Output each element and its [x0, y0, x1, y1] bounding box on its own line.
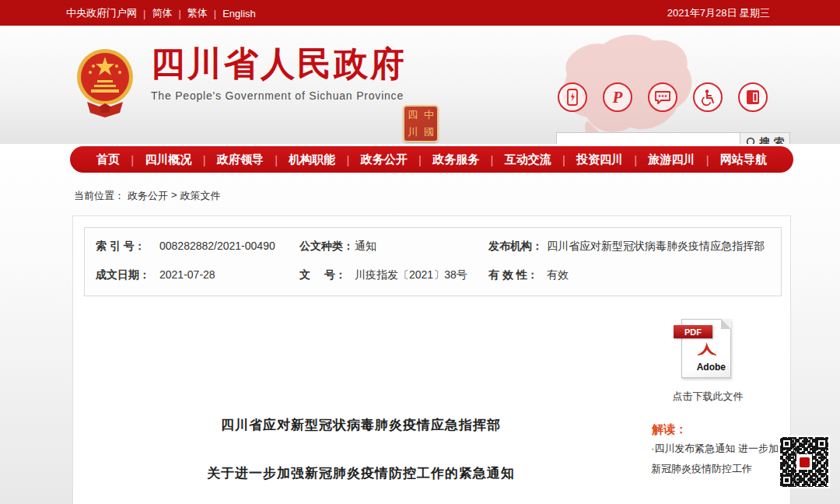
site-title: 四川省人民政府	[151, 46, 407, 83]
interpretation-link-line2[interactable]: 新冠肺炎疫情防控工作	[651, 462, 752, 476]
top-bar-links: 中央政府门户网 | 简体 | 繁体 | English	[66, 6, 256, 20]
adobe-label: Adobe	[697, 362, 726, 373]
pdf-badge: PDF	[674, 325, 712, 338]
link-central-gov-portal[interactable]: 中央政府门户网	[66, 6, 137, 20]
nav-separator: |	[418, 153, 422, 166]
nav-separator: |	[203, 153, 206, 166]
nav-item-sitemap[interactable]: 网站导航	[720, 152, 767, 167]
seal-char: 川	[404, 124, 421, 141]
p-media-icon[interactable]: P	[603, 82, 632, 112]
interpretation-link-line1[interactable]: ·四川发布紧急通知 进一步加强	[651, 442, 789, 456]
nav-item-institution-functions[interactable]: 机构职能	[289, 152, 335, 167]
info-value-document-type: 通知	[355, 240, 376, 254]
info-value-date-written: 2021-07-28	[159, 268, 215, 281]
breadcrumb-gov-open-info[interactable]: 政务公开	[128, 189, 168, 203]
document-title-line1: 四川省应对新型冠状病毒肺炎疫情应急指挥部	[84, 416, 638, 434]
nav-separator: |	[634, 153, 637, 166]
adobe-acrobat-icon	[696, 340, 718, 357]
topbar-separator: |	[143, 8, 145, 19]
interpretation-heading: 解读：	[652, 422, 687, 437]
nav-item-home[interactable]: 首页	[96, 152, 120, 167]
breadcrumb-separator: >	[171, 189, 177, 203]
document-title-line2: 关于进一步加强新冠肺炎疫情防控工作的紧急通知	[84, 464, 638, 482]
info-value-issuing-agency: 四川省应对新型冠状病毒肺炎疫情应急指挥部	[547, 240, 765, 254]
national-emblem-icon	[76, 46, 134, 119]
nav-separator: |	[131, 153, 134, 166]
current-date: 2021年7月28日 星期三	[667, 6, 770, 20]
info-label-document-number: 文 号：	[299, 268, 346, 282]
breadcrumb-prefix: 当前位置：	[74, 189, 124, 203]
seal-char: 國	[421, 124, 437, 141]
top-bar: 中央政府门户网 | 简体 | 繁体 | English 2021年7月28日 星…	[0, 0, 840, 26]
info-label-issuing-agency: 发布机构：	[488, 240, 543, 254]
link-simplified-chinese[interactable]: 简体	[152, 6, 172, 20]
document-info-table	[84, 227, 782, 296]
nav-separator: |	[706, 153, 709, 166]
qr-code	[780, 437, 828, 487]
info-label-validity: 有 效 性：	[488, 268, 538, 282]
page-fold-corner	[721, 319, 731, 329]
download-file-link[interactable]: 点击下载此文件	[653, 390, 762, 404]
accessibility-icon[interactable]	[693, 82, 723, 112]
topbar-separator: |	[178, 8, 180, 19]
qr-finder-pattern	[816, 438, 828, 450]
nav-item-gov-services[interactable]: 政务服务	[432, 152, 479, 167]
breadcrumb: 当前位置： 政务公开 > 政策文件	[74, 189, 221, 203]
nav-separator: |	[347, 153, 350, 166]
china-sichuan-seal: 四 中 川 國	[403, 105, 439, 142]
link-traditional-chinese[interactable]: 繁体	[187, 6, 208, 20]
nav-separator: |	[562, 153, 565, 166]
info-value-validity: 有效	[547, 268, 569, 282]
nav-item-interaction[interactable]: 互动交流	[505, 152, 551, 167]
info-label-date-written: 成文日期：	[96, 268, 150, 282]
site-logo[interactable]: 四川省人民政府 The People's Government of Sichu…	[76, 46, 407, 119]
breadcrumb-policy-documents[interactable]: 政策文件	[180, 189, 221, 203]
seal-char: 四	[404, 107, 421, 124]
nav-item-sichuan-overview[interactable]: 四川概况	[145, 152, 191, 167]
message-icon[interactable]	[648, 82, 677, 112]
door-icon[interactable]	[738, 82, 768, 112]
qr-finder-pattern	[781, 474, 793, 486]
site-header: 四川省人民政府 The People's Government of Sichu…	[0, 26, 840, 144]
nav-separator: |	[275, 153, 278, 166]
mobile-icon[interactable]	[558, 82, 587, 112]
info-value-document-number: 川疫指发〔2021〕38号	[355, 268, 467, 282]
topbar-separator: |	[214, 8, 216, 19]
info-value-index-number: 008282882/2021-00490	[159, 240, 275, 252]
header-icon-row: P	[558, 82, 768, 112]
info-label-index-number: 索 引 号：	[96, 240, 145, 254]
nav-separator: |	[490, 153, 493, 166]
qr-finder-pattern	[781, 438, 793, 450]
p-glyph: P	[613, 88, 623, 107]
pdf-download-widget[interactable]: Adobe PDF	[678, 319, 733, 380]
nav-item-gov-open-info[interactable]: 政务公开	[361, 152, 408, 167]
main-navigation: 首页 | 四川概况 | 政府领导 | 机构职能 | 政务公开 | 政务服务 | …	[70, 146, 793, 173]
info-label-document-type: 公文种类：	[299, 240, 354, 254]
nav-item-travel-sichuan[interactable]: 旅游四川	[649, 152, 695, 167]
seal-char: 中	[421, 107, 437, 124]
qr-center-logo	[796, 454, 812, 470]
nav-item-gov-leaders[interactable]: 政府领导	[217, 152, 264, 167]
nav-item-invest-sichuan[interactable]: 投资四川	[576, 152, 623, 167]
link-english[interactable]: English	[222, 8, 256, 19]
site-subtitle: The People's Government of Sichuan Provi…	[151, 89, 407, 102]
